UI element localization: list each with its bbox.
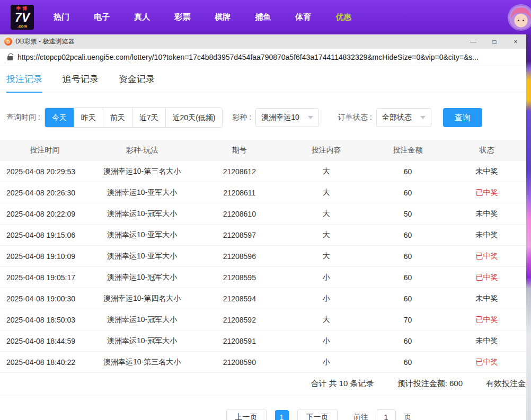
column-header: 投注金额 xyxy=(368,146,447,155)
bet-time: 2025-04-08 19:10:09 xyxy=(0,252,90,261)
tab-资金记录[interactable]: 资金记录 xyxy=(119,73,155,93)
issue-number: 21208590 xyxy=(194,358,284,367)
table-row: 2025-04-08 19:00:30澳洲幸运10-第四名大小21208594小… xyxy=(0,288,526,309)
bet-content: 大 xyxy=(284,209,368,219)
bet-time: 2025-04-08 18:50:03 xyxy=(0,316,90,324)
bet-amount: 60 xyxy=(368,189,447,197)
bet-time: 2025-04-08 20:22:09 xyxy=(0,210,90,218)
table-row: 2025-04-08 19:10:09澳洲幸运10-亚军大小21208596大6… xyxy=(0,246,526,267)
issue-number: 21208610 xyxy=(194,210,284,218)
game-play: 澳洲幸运10-冠军大小 xyxy=(90,273,195,282)
url-text: https://ctopcp02pcali.uengi5e.com/lotter… xyxy=(17,53,479,61)
status: 已中奖 xyxy=(447,252,526,261)
record-tabs: 投注记录追号记录资金记录 xyxy=(0,66,526,93)
bet-time: 2025-04-08 18:40:22 xyxy=(0,358,90,367)
search-button[interactable]: 查询 xyxy=(443,108,482,127)
nav-item-捕鱼[interactable]: 捕鱼 xyxy=(246,12,279,22)
status: 已中奖 xyxy=(447,358,526,367)
game-play: 澳洲幸运10-冠军大小 xyxy=(90,336,195,346)
tab-投注记录[interactable]: 投注记录 xyxy=(6,73,42,93)
lottery-select[interactable]: 澳洲幸运10 xyxy=(255,108,319,127)
game-play: 澳洲幸运10-亚军大小 xyxy=(90,252,195,261)
time-filter-昨天[interactable]: 昨天 xyxy=(74,108,103,127)
chevron-down-icon xyxy=(420,116,426,119)
tab-追号记录[interactable]: 追号记录 xyxy=(63,73,99,93)
bet-content: 大 xyxy=(284,230,368,240)
goto-page-input[interactable] xyxy=(377,409,396,420)
browser-titlebar: D DB彩票 - 极速浏览器 — □ × xyxy=(0,34,526,49)
issue-number: 21208592 xyxy=(194,316,284,324)
bet-table: 投注时间彩种-玩法期号投注内容投注金额状态 2025-04-08 20:29:5… xyxy=(0,140,526,373)
logo-text-main: 7V xyxy=(15,11,30,24)
game-play: 澳洲幸运10-亚军大小 xyxy=(90,188,195,198)
order-status-select-value: 全部状态 xyxy=(382,113,412,122)
game-play: 澳洲幸运10-冠军大小 xyxy=(90,209,195,219)
table-row: 2025-04-08 19:05:17澳洲幸运10-冠军大小21208595小6… xyxy=(0,267,526,288)
order-status-select[interactable]: 全部状态 xyxy=(376,108,431,127)
summary-total: 合计 共 10 条记录 xyxy=(311,379,374,389)
address-bar[interactable]: https://ctopcp02pcali.uengi5e.com/lotter… xyxy=(0,49,526,66)
time-filter-前天[interactable]: 前天 xyxy=(103,108,132,127)
prev-page-button[interactable]: 上一页 xyxy=(226,409,267,420)
lottery-select-value: 澳洲幸运10 xyxy=(261,113,299,122)
time-filter-今天[interactable]: 今天 xyxy=(45,108,74,127)
bet-content: 小 xyxy=(284,358,368,367)
minimize-button[interactable]: — xyxy=(463,34,484,49)
bet-amount: 50 xyxy=(368,210,447,218)
bet-time: 2025-04-08 20:29:53 xyxy=(0,167,90,176)
issue-number: 21208611 xyxy=(194,189,284,197)
status: 已中奖 xyxy=(447,315,526,325)
filter-bar: 查询时间 : 今天昨天前天近7天近20天(低频) 彩种 : 澳洲幸运10 订单状… xyxy=(6,108,526,128)
avatar-image xyxy=(509,5,531,30)
nav-item-优惠[interactable]: 优惠 xyxy=(327,12,360,22)
nav-item-真人[interactable]: 真人 xyxy=(126,12,158,22)
bet-time: 2025-04-08 19:15:06 xyxy=(0,231,90,239)
column-header: 投注内容 xyxy=(284,146,368,155)
table-row: 2025-04-08 20:29:53澳洲幸运10-第三名大小21208612大… xyxy=(0,161,526,182)
nav-item-热门[interactable]: 热门 xyxy=(45,12,78,22)
nav-item-体育[interactable]: 体育 xyxy=(287,12,320,22)
time-filter-近20天(低频)[interactable]: 近20天(低频) xyxy=(165,108,223,127)
bet-amount: 60 xyxy=(368,358,447,367)
nav-item-彩票[interactable]: 彩票 xyxy=(166,12,199,22)
maximize-button[interactable]: □ xyxy=(484,34,505,49)
bet-time: 2025-04-08 19:05:17 xyxy=(0,273,90,282)
browser-window: D DB彩票 - 极速浏览器 — □ × https://ctopcp02pca… xyxy=(0,34,526,420)
user-avatar[interactable] xyxy=(508,4,531,31)
site-logo[interactable]: 申博 7V .com xyxy=(11,5,34,30)
page-suffix-label: 页 xyxy=(404,413,412,420)
status: 已中奖 xyxy=(447,273,526,282)
nav-item-电子[interactable]: 电子 xyxy=(85,12,118,22)
column-header: 投注时间 xyxy=(0,146,90,155)
bet-content: 大 xyxy=(284,188,368,198)
table-row: 2025-04-08 18:50:03澳洲幸运10-冠军大小21208592大7… xyxy=(0,309,526,330)
summary-valid-amount: 有效投注金额 xyxy=(486,379,526,389)
query-time-label: 查询时间 : xyxy=(6,113,40,122)
close-button[interactable]: × xyxy=(505,34,526,49)
site-header: 申博 7V .com 热门电子真人彩票棋牌捕鱼体育优惠 xyxy=(0,0,531,34)
status: 未中奖 xyxy=(447,230,526,240)
game-play: 澳洲幸运10-冠军大小 xyxy=(90,315,195,325)
issue-number: 21208591 xyxy=(194,337,284,345)
issue-number: 21208612 xyxy=(194,167,284,176)
time-filter-近7天[interactable]: 近7天 xyxy=(132,108,165,127)
table-row: 2025-04-08 18:44:59澳洲幸运10-冠军大小21208591小6… xyxy=(0,330,526,352)
nav-item-棋牌[interactable]: 棋牌 xyxy=(206,12,239,22)
issue-number: 21208597 xyxy=(194,231,284,239)
current-page-indicator[interactable]: 1 xyxy=(275,410,289,420)
status: 未中奖 xyxy=(447,167,526,176)
issue-number: 21208595 xyxy=(194,273,284,282)
bet-time: 2025-04-08 18:44:59 xyxy=(0,337,90,345)
status: 未中奖 xyxy=(447,209,526,219)
lottery-label: 彩种 : xyxy=(232,113,251,122)
screen: 申博 7V .com 热门电子真人彩票棋牌捕鱼体育优惠 D DB彩票 - 极速浏… xyxy=(0,0,531,34)
game-play: 澳洲幸运10-亚军大小 xyxy=(90,230,195,240)
column-header: 状态 xyxy=(447,146,526,155)
next-page-button[interactable]: 下一页 xyxy=(297,409,338,420)
issue-number: 21208596 xyxy=(194,252,284,261)
bet-time: 2025-04-08 20:26:30 xyxy=(0,189,90,197)
bet-amount: 60 xyxy=(368,167,447,176)
table-row: 2025-04-08 18:40:22澳洲幸运10-第三名大小21208590小… xyxy=(0,352,526,373)
game-play: 澳洲幸运10-第四名大小 xyxy=(90,294,195,303)
order-status-label: 订单状态 : xyxy=(338,113,372,122)
